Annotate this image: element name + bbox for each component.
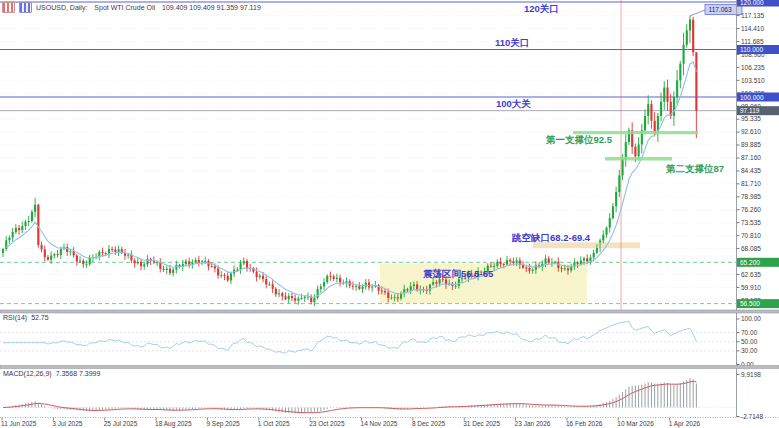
- symbol-period-title: USOUSD, Daily:: [36, 4, 87, 11]
- time-tick-label: 16 Feb 2026: [566, 420, 603, 427]
- price-tick-label: 87.160: [741, 154, 761, 161]
- rsi-tick-label: 50.00: [741, 338, 758, 345]
- rsi-tick-label: 30.00: [741, 347, 758, 354]
- time-tick-label: 14 Nov 2025: [361, 420, 398, 427]
- time-tick-label: 31 Dec 2025: [463, 420, 500, 427]
- annotation-text: 跳空缺口68.2-69.4: [511, 232, 591, 243]
- rsi-indicator-name: RSI(14): [3, 314, 27, 321]
- annotations-layer: 120关口110关口100大关第一支撑位92.5第二支撑位87跳空缺口68.2-…: [422, 3, 724, 279]
- rsi-panel[interactable]: 100.0070.0050.0030.000.00: [0, 315, 761, 368]
- rsi-label: RSI(14)52.75: [3, 314, 53, 321]
- time-tick-label: 8 Dec 2025: [412, 420, 446, 427]
- price-tick-label: 114.410: [741, 25, 764, 32]
- macd-tick-label: 9.9198: [741, 371, 761, 378]
- time-tick-label: 11 Jun 2025: [1, 420, 37, 427]
- price-tick-label: 76.260: [741, 206, 761, 213]
- macd-signal-line: [3, 381, 696, 412]
- time-axis[interactable]: 11 Jun 20253 Jul 202525 Jul 202518 Aug 2…: [1, 418, 701, 428]
- annotation-text: 120关口: [524, 3, 559, 14]
- price-badge-label: 56.500: [740, 300, 760, 307]
- panel-separators: [0, 310, 779, 418]
- price-badge-label: 100.000: [740, 94, 764, 101]
- rsi-line: [3, 322, 696, 354]
- price-tick-label: 70.810: [741, 232, 761, 239]
- annotation-text: 第二支撑位87: [665, 163, 724, 174]
- bands-layer: [380, 242, 640, 303]
- price-tick-label: 92.610: [741, 128, 761, 135]
- time-tick-label: 10 Mar 2026: [617, 420, 654, 427]
- time-tick-label: 3 Jul 2025: [52, 420, 82, 427]
- macd-panel[interactable]: 9.9198-2.7148: [0, 371, 763, 420]
- ohlc-values: 109.409 109.409 91.359 97.119: [162, 4, 261, 11]
- macd-indicator-name: MACD(12,26,9): [3, 370, 52, 377]
- price-badge-label: 110.000: [740, 46, 763, 53]
- rsi-tick-label: 100.00: [741, 315, 761, 322]
- candlestick-chart-icon[interactable]: [2, 2, 15, 13]
- gap-band: [533, 242, 640, 248]
- rsi-tick-label: 70.00: [741, 329, 758, 336]
- macd-current-values: 7.3568 7.3999: [56, 370, 101, 377]
- price-tick-label: 68.085: [741, 245, 761, 252]
- price-badge-label: 65.200: [740, 259, 760, 266]
- annotation-text: 100大关: [496, 98, 531, 109]
- price-tick-label: 117.135: [741, 12, 764, 19]
- chart-header: USOUSD, Daily: Spot WTI Crude Oil 109.40…: [2, 2, 268, 13]
- annotation-text: 110关口: [495, 37, 529, 48]
- price-badge-label: 120.000: [740, 0, 764, 6]
- macd-label: MACD(12,26,9)7.3568 7.3999: [3, 370, 104, 377]
- price-axis[interactable]: 117.135114.410111.685108.960106.235103.5…: [737, 0, 779, 417]
- annotation-text: 震荡区间56.5-65: [422, 268, 494, 279]
- price-tick-label: 59.910: [741, 284, 761, 291]
- price-tick-label: 103.510: [741, 77, 765, 84]
- macd-tick-label: -2.7148: [741, 413, 763, 420]
- time-tick-label: 23 Oct 2025: [309, 420, 345, 427]
- price-tick-label: 106.235: [741, 64, 765, 71]
- rsi-current-value: 52.75: [31, 314, 49, 321]
- time-tick-label: 9 Sep 2025: [206, 420, 240, 428]
- indicator-chart-icon[interactable]: [19, 2, 32, 13]
- price-tick-label: 78.985: [741, 193, 761, 200]
- chart-canvas[interactable]: 117.063117.135114.410111.685108.960106.2…: [0, 0, 779, 428]
- time-tick-label: 18 Aug 2025: [155, 420, 192, 428]
- trading-chart-window: 117.063117.135114.410111.685108.960106.2…: [0, 0, 779, 428]
- overlay-layer: 117.063: [6, 5, 742, 298]
- panel-separator[interactable]: [0, 310, 779, 313]
- time-tick-label: 1 Apr 2026: [669, 420, 701, 428]
- swing-high-value: 117.063: [709, 6, 732, 13]
- panel-separator[interactable]: [0, 366, 779, 369]
- time-tick-label: 1 Oct 2025: [258, 420, 290, 427]
- price-tick-label: 81.710: [741, 180, 761, 187]
- time-tick-label: 23 Jan 2026: [515, 420, 551, 427]
- price-tick-label: 62.635: [741, 271, 761, 278]
- instrument-name: Spot WTI Crude Oil: [94, 4, 155, 11]
- annotation-text: 第一支撑位92.5: [545, 134, 613, 145]
- price-tick-label: 89.885: [741, 141, 761, 148]
- price-tick-label: 111.685: [741, 38, 764, 45]
- price-tick-label: 84.435: [741, 167, 761, 174]
- price-tick-label: 95.335: [741, 115, 761, 122]
- price-badge-label: 97.119: [740, 107, 760, 114]
- time-tick-label: 25 Jul 2025: [104, 420, 138, 427]
- price-tick-label: 73.535: [741, 219, 761, 226]
